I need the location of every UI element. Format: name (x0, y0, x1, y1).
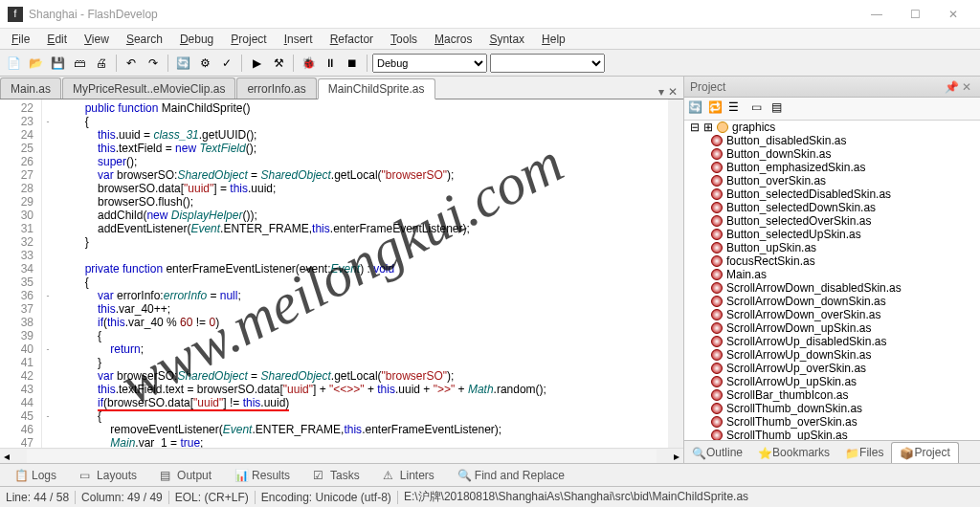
open-icon[interactable]: 📂 (26, 54, 45, 73)
app-icon: f (8, 7, 23, 22)
panel-tab-bookmarks[interactable]: ⭐Bookmarks (750, 442, 837, 463)
tree-file[interactable]: Button_selectedDownSkin.as (684, 201, 980, 214)
panel-title-label: Project (690, 80, 725, 94)
status-encoding: Encoding: Unicode (utf-8) (261, 491, 391, 504)
menu-tools[interactable]: Tools (383, 31, 425, 48)
tree-file[interactable]: ScrollArrowUp_overSkin.as (684, 362, 980, 375)
tree-file[interactable]: ScrollThumb_overSkin.as (684, 415, 980, 429)
menu-view[interactable]: View (77, 31, 117, 48)
stop-icon[interactable]: ⏹ (343, 54, 362, 73)
tree-file[interactable]: Button_selectedOverSkin.as (684, 214, 980, 228)
bottom-tab-results[interactable]: 📊Results (224, 466, 301, 485)
vertical-scrollbar[interactable] (668, 99, 683, 448)
print-icon[interactable]: 🖨 (92, 54, 111, 73)
tree-file[interactable]: Button_disabledSkin.as (684, 134, 980, 147)
separator (367, 55, 368, 72)
separator (116, 55, 117, 72)
tree-file[interactable]: ScrollThumb_downSkin.as (684, 402, 980, 415)
new-file-icon[interactable]: 📄 (4, 54, 23, 73)
collapse-icon[interactable]: ▭ (751, 100, 768, 118)
status-column: Column: 49 / 49 (81, 491, 163, 504)
tab-mainchildsprite-as[interactable]: MainChildSprite.as (318, 78, 435, 99)
tree-file[interactable]: ScrollArrowUp_downSkin.as (684, 348, 980, 362)
menu-help[interactable]: Help (534, 31, 573, 48)
tree-file[interactable]: Button_selectedUpSkin.as (684, 228, 980, 241)
tree-file[interactable]: Button_overSkin.as (684, 174, 980, 187)
close-panel-icon[interactable]: ✕ (959, 80, 974, 94)
tab-mypriceresult-emovieclip-as[interactable]: MyPriceResult..eMovieClip.as (62, 77, 235, 99)
tree-file[interactable]: ScrollArrowDown_upSkin.as (684, 321, 980, 335)
panel-tab-project[interactable]: 📦Project (891, 442, 958, 463)
code-content[interactable]: public function MainChildSprite() { this… (54, 99, 668, 448)
minimize-button[interactable]: — (858, 0, 896, 29)
menu-project[interactable]: Project (223, 31, 274, 48)
maximize-button[interactable]: ☐ (896, 0, 934, 29)
tree-folder-graphics[interactable]: ⊟ ⊞ graphics (684, 121, 980, 134)
save-all-icon[interactable]: 🗃 (70, 54, 89, 73)
menu-debug[interactable]: Debug (172, 31, 221, 48)
undo-icon[interactable]: ↶ (122, 54, 141, 73)
status-bar: Line: 44 / 58 Column: 49 / 49 EOL: (CR+L… (0, 486, 980, 507)
tree-file[interactable]: Main.as (684, 268, 980, 281)
config-select[interactable]: Debug (372, 54, 487, 73)
menu-edit[interactable]: Edit (39, 31, 75, 48)
tree-file[interactable]: Button_upSkin.as (684, 241, 980, 254)
refresh-icon[interactable]: 🔄 (688, 100, 705, 118)
pin-icon[interactable]: 📌 (944, 80, 959, 94)
bottom-tab-logs[interactable]: 📋Logs (4, 466, 67, 485)
menu-macros[interactable]: Macros (427, 31, 479, 48)
bottom-panel-tabs: 📋Logs▭Layouts▤Output📊Results☑Tasks⚠Linte… (0, 463, 980, 486)
bottom-tab-layouts[interactable]: ▭Layouts (69, 466, 147, 485)
check-icon[interactable]: ✓ (217, 54, 236, 73)
window-title: Shanghai - FlashDevelop (29, 8, 858, 21)
tree-file[interactable]: focusRectSkin.as (684, 254, 980, 268)
project-panel-tabs: 🔍Outline⭐Bookmarks📁Files📦Project (684, 440, 980, 463)
bottom-tab-tasks[interactable]: ☑Tasks (302, 466, 370, 485)
toolbar: 📄 📂 💾 🗃 🖨 ↶ ↷ 🔄 ⚙ ✓ ▶ ⚒ 🐞 ⏸ ⏹ Debug (0, 50, 980, 77)
tree-file[interactable]: ScrollBar_thumbIcon.as (684, 388, 980, 402)
tree-file[interactable]: Button_downSkin.as (684, 147, 980, 161)
target-select[interactable] (490, 54, 605, 73)
show-all-icon[interactable]: ▤ (771, 100, 789, 118)
code-editor[interactable]: 2223242526272829303132333435363738394041… (0, 99, 683, 448)
close-button[interactable]: ✕ (934, 0, 972, 29)
tab-errorinfo-as[interactable]: errorInfo.as (236, 77, 316, 99)
tree-file[interactable]: ScrollArrowUp_upSkin.as (684, 375, 980, 388)
tree-file[interactable]: ScrollArrowDown_downSkin.as (684, 295, 980, 308)
status-eol: EOL: (CR+LF) (175, 491, 249, 504)
save-icon[interactable]: 💾 (48, 54, 67, 73)
title-bar: f Shanghai - FlashDevelop — ☐ ✕ (0, 0, 980, 29)
panel-tab-files[interactable]: 📁Files (837, 442, 891, 463)
tree-file[interactable]: Button_emphasizedSkin.as (684, 161, 980, 174)
tab-main-as[interactable]: Main.as (0, 77, 61, 99)
tree-file[interactable]: ScrollThumb_upSkin.as (684, 429, 980, 440)
dropdown-icon[interactable]: ▾ (658, 85, 664, 99)
tree-file[interactable]: ScrollArrowDown_disabledSkin.as (684, 281, 980, 295)
bottom-tab-output[interactable]: ▤Output (149, 466, 222, 485)
menu-insert[interactable]: Insert (277, 31, 321, 48)
reload-icon[interactable]: 🔄 (173, 54, 192, 73)
run-icon[interactable]: ▶ (247, 54, 266, 73)
fold-gutter[interactable]: ---- (42, 99, 54, 448)
build-icon[interactable]: ⚒ (269, 54, 288, 73)
menu-search[interactable]: Search (119, 31, 170, 48)
menu-refactor[interactable]: Refactor (323, 31, 381, 48)
menu-syntax[interactable]: Syntax (481, 31, 532, 48)
sync-icon[interactable]: 🔁 (708, 100, 725, 118)
bottom-tab-find-and-replace[interactable]: 🔍Find and Replace (447, 466, 575, 485)
project-tree[interactable]: ⊟ ⊞ graphicsButton_disabledSkin.asButton… (684, 121, 980, 440)
panel-tab-outline[interactable]: 🔍Outline (684, 442, 750, 463)
close-tab-icon[interactable]: ✕ (668, 85, 678, 99)
menu-file[interactable]: File (4, 31, 37, 48)
tree-file[interactable]: ScrollArrowDown_overSkin.as (684, 308, 980, 321)
settings-icon[interactable]: ⚙ (195, 54, 214, 73)
redo-icon[interactable]: ↷ (144, 54, 163, 73)
horizontal-scrollbar[interactable]: ◂▸ (0, 448, 683, 463)
tree-file[interactable]: ScrollArrowUp_disabledSkin.as (684, 335, 980, 348)
tree-file[interactable]: Button_selectedDisabledSkin.as (684, 187, 980, 201)
separator (293, 55, 294, 72)
pause-icon[interactable]: ⏸ (321, 54, 340, 73)
properties-icon[interactable]: ☰ (728, 100, 746, 118)
bottom-tab-linters[interactable]: ⚠Linters (372, 466, 445, 485)
debug-icon[interactable]: 🐞 (299, 54, 318, 73)
